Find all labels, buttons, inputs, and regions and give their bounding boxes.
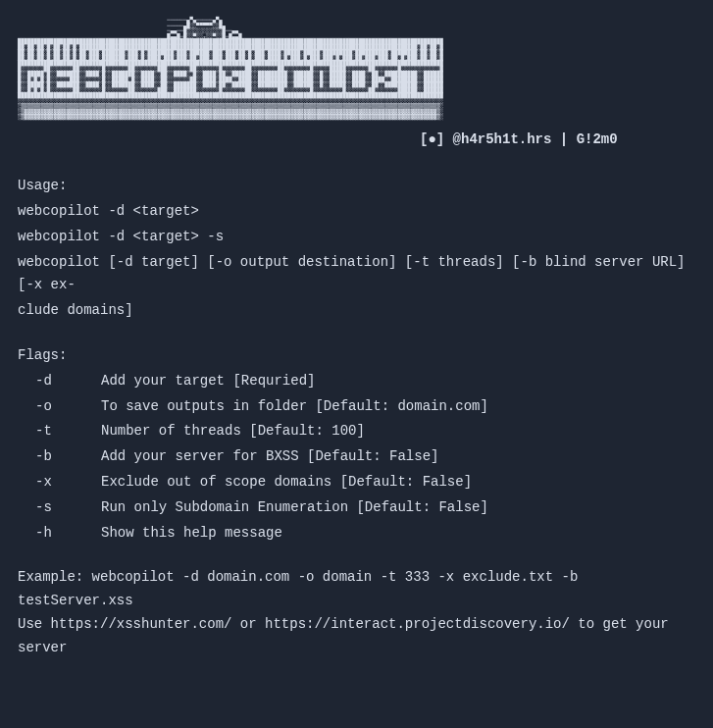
flag-row: -d Add your target [Requried] [18,370,695,393]
flag-name: -x [18,471,101,494]
flag-desc: Run only Subdomain Enumeration [Default:… [101,496,695,520]
usage-line: webcopilot -d <target> -s [18,226,695,249]
flag-name: -d [18,370,101,393]
flag-name: -h [18,522,101,546]
example-line: Example: webcopilot -d domain.com -o dom… [18,566,695,613]
flag-desc: Exclude out of scope domains [Default: F… [101,471,695,494]
usage-line: webcopilot [-d target] [-o output destin… [18,251,695,298]
ascii-art-banner: ──────▄▀▄─────▄▀▄ ─────▄█░░▀▀▀▀▀░░█▄ ─▄▄… [18,18,695,121]
flag-name: -t [18,420,101,443]
flag-desc: Add your target [Requried] [101,370,695,393]
flag-desc: Number of threads [Default: 100] [101,420,695,443]
flag-row: -x Exclude out of scope domains [Default… [18,471,695,494]
usage-header: Usage: [18,175,695,198]
credit-line: [●] @h4r5h1t.hrs | G!2m0 [420,129,695,152]
flag-desc: Add your server for BXSS [Default: False… [101,445,695,469]
flag-desc: To save outputs in folder [Default: doma… [101,395,695,419]
flag-name: -b [18,445,101,469]
flag-row: -t Number of threads [Default: 100] [18,420,695,443]
usage-line: webcopilot -d <target> [18,200,695,224]
flag-row: -h Show this help message [18,522,695,546]
usage-line: clude domains] [18,299,695,323]
flags-header: Flags: [18,344,695,368]
flag-row: -b Add your server for BXSS [Default: Fa… [18,445,695,469]
flag-name: -o [18,395,101,419]
flag-name: -s [18,496,101,520]
flag-row: -s Run only Subdomain Enumeration [Defau… [18,496,695,520]
flag-row: -o To save outputs in folder [Default: d… [18,395,695,419]
example-note: Use https://xsshunter.com/ or https://in… [18,613,695,660]
flag-desc: Show this help message [101,522,695,546]
